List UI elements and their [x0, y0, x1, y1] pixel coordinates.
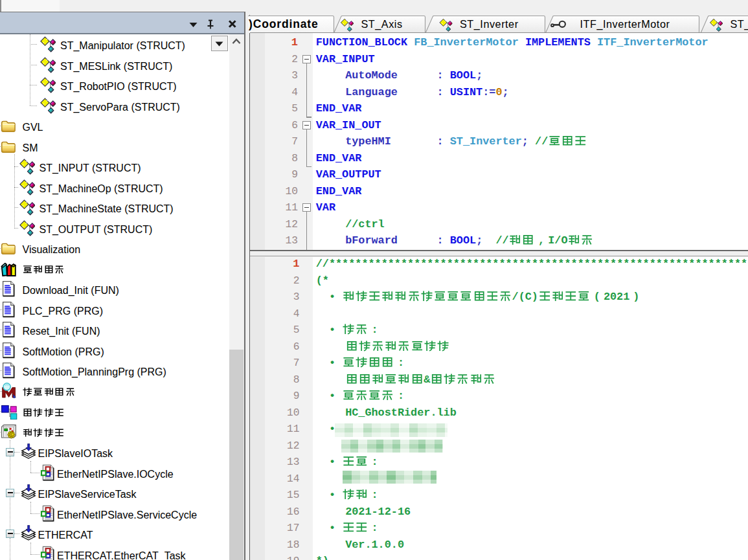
svg-text:ST_Axis: ST_Axis	[361, 18, 403, 30]
svg-text:ST_: ST_	[731, 18, 748, 30]
svg-text:ST_Inverter: ST_Inverter	[460, 18, 519, 30]
svg-text:)Coordinate: )Coordinate	[249, 17, 319, 30]
svg-text:ITF_InverterMotor: ITF_InverterMotor	[580, 18, 670, 30]
